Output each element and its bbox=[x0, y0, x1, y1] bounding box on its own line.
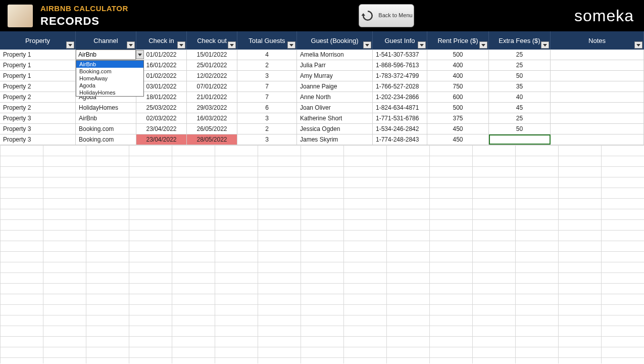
cell-rent-price[interactable]: 450 bbox=[427, 124, 489, 134]
cell-property[interactable]: Property 1 bbox=[0, 71, 76, 81]
cell-notes[interactable] bbox=[551, 92, 644, 102]
filter-button[interactable] bbox=[363, 41, 371, 49]
cell-guests[interactable]: 4 bbox=[237, 50, 297, 60]
cell-guests[interactable]: 7 bbox=[237, 81, 297, 92]
cell-channel-editing[interactable]: AirBnbBooking.comHomeAwayAgodaHolidayHom… bbox=[76, 50, 136, 60]
channel-input[interactable] bbox=[76, 50, 136, 60]
cell-property[interactable]: Property 1 bbox=[0, 50, 76, 60]
cell-notes[interactable] bbox=[551, 81, 644, 92]
filter-button[interactable] bbox=[287, 41, 295, 49]
cell-checkout[interactable]: 16/03/2022 bbox=[187, 113, 237, 123]
cell-extra-fees[interactable]: 45 bbox=[489, 103, 551, 113]
cell-guest-info[interactable]: 1-541-307-5337 bbox=[373, 50, 427, 60]
cell-guest-booking[interactable]: Anne North bbox=[297, 92, 373, 102]
channel-dropdown-item[interactable]: Booking.com bbox=[76, 68, 143, 75]
cell-checkout[interactable]: 15/01/2022 bbox=[187, 50, 237, 60]
cell-checkout[interactable]: 07/01/2022 bbox=[187, 81, 237, 92]
cell-rent-price[interactable]: 750 bbox=[427, 81, 489, 92]
cell-rent-price[interactable]: 450 bbox=[427, 134, 489, 145]
cell-guest-info[interactable]: 1-534-246-2842 bbox=[373, 124, 427, 134]
cell-checkout[interactable]: 29/03/2022 bbox=[187, 103, 237, 113]
cell-checkin[interactable]: 01/02/2022 bbox=[136, 71, 187, 81]
cell-channel[interactable]: Booking.com bbox=[76, 124, 136, 134]
filter-button[interactable] bbox=[66, 41, 74, 49]
cell-guest-info[interactable]: 1-771-531-6786 bbox=[373, 113, 427, 123]
cell-checkout[interactable]: 26/05/2022 bbox=[187, 124, 237, 134]
cell-channel[interactable]: HolidayHomes bbox=[76, 103, 136, 113]
cell-extra-fees[interactable]: 25 bbox=[489, 50, 551, 60]
filter-button[interactable] bbox=[127, 41, 135, 49]
cell-guest-booking[interactable]: James Skyrim bbox=[297, 134, 373, 145]
cell-extra-fees[interactable]: 25 bbox=[489, 113, 551, 123]
cell-rent-price[interactable]: 400 bbox=[427, 71, 489, 81]
cell-guests[interactable]: 3 bbox=[237, 134, 297, 145]
cell-property[interactable]: Property 2 bbox=[0, 103, 76, 113]
cell-guest-booking[interactable]: Joanne Paige bbox=[297, 81, 373, 92]
channel-dropdown-button[interactable] bbox=[136, 50, 144, 59]
cell-guest-booking[interactable]: Amy Murray bbox=[297, 71, 373, 81]
cell-guests[interactable]: 7 bbox=[237, 92, 297, 102]
back-to-menu-button[interactable]: Back to Menu bbox=[359, 4, 414, 27]
cell-guest-info[interactable]: 1-868-596-7613 bbox=[373, 60, 427, 70]
cell-checkin[interactable]: 25/03/2022 bbox=[136, 103, 187, 113]
cell-checkin[interactable]: 16/01/2022 bbox=[136, 60, 187, 70]
cell-notes[interactable] bbox=[551, 103, 644, 113]
cell-extra-fees[interactable]: 50 bbox=[489, 71, 551, 81]
cell-checkin[interactable]: 01/01/2022 bbox=[136, 50, 187, 60]
cell-notes[interactable] bbox=[551, 134, 644, 145]
cell-property[interactable]: Property 3 bbox=[0, 134, 76, 145]
cell-notes[interactable] bbox=[551, 60, 644, 70]
cell-guests[interactable]: 3 bbox=[237, 113, 297, 123]
cell-notes[interactable] bbox=[551, 71, 644, 81]
filter-button[interactable] bbox=[479, 41, 487, 49]
cell-rent-price[interactable]: 400 bbox=[427, 60, 489, 70]
cell-notes[interactable] bbox=[551, 124, 644, 134]
cell-notes[interactable] bbox=[551, 113, 644, 123]
cell-checkout[interactable]: 12/02/2022 bbox=[187, 71, 237, 81]
channel-dropdown-item[interactable]: Agoda bbox=[76, 82, 143, 89]
cell-extra-fees[interactable]: 50 bbox=[489, 124, 551, 134]
cell-checkin[interactable]: 03/01/2022 bbox=[136, 81, 187, 92]
cell-rent-price[interactable]: 375 bbox=[427, 113, 489, 123]
cell-guest-info[interactable]: 1-766-527-2028 bbox=[373, 81, 427, 92]
cell-property[interactable]: Property 3 bbox=[0, 124, 76, 134]
cell-checkout[interactable]: 25/01/2022 bbox=[187, 60, 237, 70]
cell-guests[interactable]: 2 bbox=[237, 124, 297, 134]
cell-checkout[interactable]: 21/01/2022 bbox=[187, 92, 237, 102]
cell-guest-info[interactable]: 1-202-234-2866 bbox=[373, 92, 427, 102]
cell-extra-fees[interactable]: 35 bbox=[489, 81, 551, 92]
filter-button[interactable] bbox=[541, 41, 549, 49]
cell-property[interactable]: Property 2 bbox=[0, 92, 76, 102]
empty-grid-area[interactable] bbox=[0, 145, 644, 363]
channel-dropdown-item[interactable]: AirBnb bbox=[76, 61, 143, 68]
cell-checkin[interactable]: 02/03/2022 bbox=[136, 113, 187, 123]
cell-channel[interactable]: Booking.com bbox=[76, 134, 136, 145]
cell-checkin[interactable]: 23/04/2022 bbox=[136, 134, 187, 145]
cell-extra-fees-selected[interactable] bbox=[489, 134, 551, 145]
cell-guest-booking[interactable]: Joan Oliver bbox=[297, 103, 373, 113]
cell-property[interactable]: Property 3 bbox=[0, 113, 76, 123]
cell-guests[interactable]: 6 bbox=[237, 103, 297, 113]
cell-property[interactable]: Property 2 bbox=[0, 81, 76, 92]
cell-guests[interactable]: 2 bbox=[237, 60, 297, 70]
cell-guest-info[interactable]: 1-774-248-2843 bbox=[373, 134, 427, 145]
cell-checkin[interactable]: 23/04/2022 bbox=[136, 124, 187, 134]
cell-guest-booking[interactable]: Amelia Morrison bbox=[297, 50, 373, 60]
filter-button[interactable] bbox=[634, 41, 642, 49]
cell-guest-info[interactable]: 1-783-372-4799 bbox=[373, 71, 427, 81]
channel-dropdown-item[interactable]: HomeAway bbox=[76, 75, 143, 82]
cell-guest-booking[interactable]: Jessica Ogden bbox=[297, 124, 373, 134]
cell-rent-price[interactable]: 500 bbox=[427, 50, 489, 60]
cell-extra-fees[interactable]: 25 bbox=[489, 60, 551, 70]
cell-rent-price[interactable]: 500 bbox=[427, 103, 489, 113]
cell-extra-fees[interactable]: 40 bbox=[489, 92, 551, 102]
cell-property[interactable]: Property 1 bbox=[0, 60, 76, 70]
cell-guest-info[interactable]: 1-824-634-4871 bbox=[373, 103, 427, 113]
filter-button[interactable] bbox=[418, 41, 426, 49]
filter-button[interactable] bbox=[177, 41, 185, 49]
cell-checkin[interactable]: 18/01/2022 bbox=[136, 92, 187, 102]
cell-notes[interactable] bbox=[551, 50, 644, 60]
cell-guest-booking[interactable]: Katherine Short bbox=[297, 113, 373, 123]
channel-dropdown-item[interactable]: HolidayHomes bbox=[76, 89, 143, 96]
cell-checkout[interactable]: 28/05/2022 bbox=[187, 134, 237, 145]
